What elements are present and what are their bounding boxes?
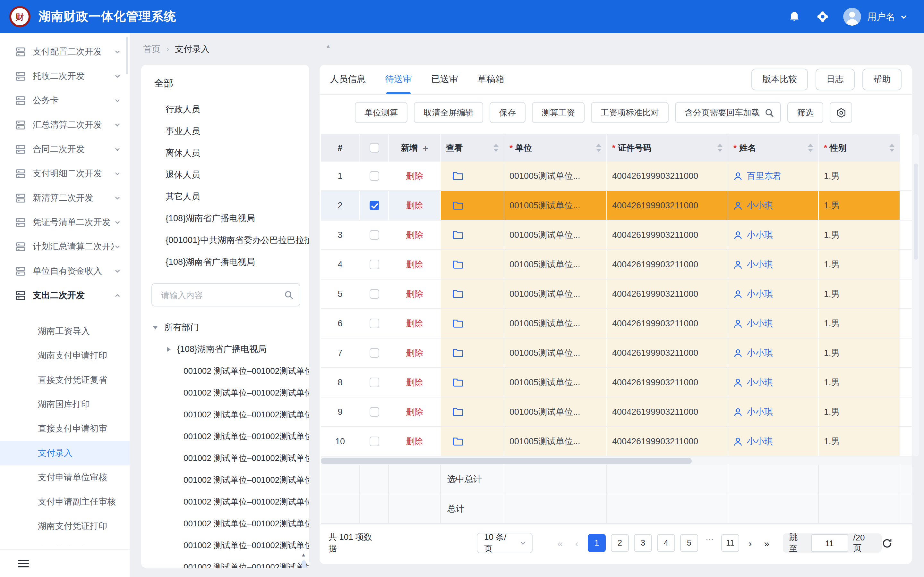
row-checkbox[interactable]: [369, 319, 379, 328]
delete-link[interactable]: 删除: [406, 377, 423, 388]
dept-all-label[interactable]: 全部: [154, 77, 309, 90]
view-cell[interactable]: [441, 279, 504, 308]
tab-0[interactable]: 人员信息: [330, 65, 366, 94]
sidebar-item-7[interactable]: 凭证号清单二次开发: [0, 210, 129, 235]
table-settings-icon[interactable]: [830, 102, 852, 123]
sidebar-item-9[interactable]: 单位自有资金收入: [0, 259, 129, 284]
dept-search-input[interactable]: [160, 290, 284, 300]
sidebar-subitem-7[interactable]: 支付申请副主任审核: [0, 490, 129, 514]
page-button-5[interactable]: 5: [680, 534, 698, 552]
view-cell[interactable]: [441, 221, 504, 250]
toolbar-button-0[interactable]: 单位测算: [355, 102, 407, 123]
row-checkbox[interactable]: [369, 437, 379, 446]
page-button-3[interactable]: 3: [634, 534, 652, 552]
tree-scrollbar[interactable]: ▲: [300, 553, 307, 568]
jump-page-input[interactable]: [811, 534, 848, 552]
tree-leaf-9[interactable]: 001002 测试单位–001002测试单位: [141, 556, 309, 568]
delete-link[interactable]: 删除: [406, 170, 423, 182]
name-link[interactable]: 小小琪: [733, 288, 773, 300]
sidebar-scrollbar[interactable]: [126, 37, 128, 74]
tree-leaf-6[interactable]: 001002 测试单位–001002测试单位: [141, 491, 309, 513]
personnel-group-7[interactable]: {108}湖南省广播电视局: [141, 251, 309, 273]
tree-leaf-8[interactable]: 001002 测试单位–001002测试单位: [141, 535, 309, 556]
sidebar-item-10[interactable]: 支出二次开发: [0, 284, 129, 308]
page-ellipsis[interactable]: ···: [703, 534, 716, 552]
name-link[interactable]: 小小琪: [733, 347, 773, 359]
page-button-4[interactable]: 4: [657, 534, 675, 552]
row-checkbox[interactable]: [369, 201, 379, 210]
row-checkbox[interactable]: [369, 259, 379, 269]
hamburger-icon[interactable]: [18, 558, 29, 570]
column-header-单位[interactable]: *单位: [504, 134, 607, 161]
row-checkbox[interactable]: [369, 378, 379, 387]
header-button-0[interactable]: 版本比较: [751, 69, 808, 90]
delete-link[interactable]: 删除: [406, 259, 423, 270]
scroll-up-icon[interactable]: ▲: [301, 553, 306, 558]
view-cell[interactable]: [441, 250, 504, 279]
page-button-11[interactable]: 11: [721, 534, 739, 552]
view-cell[interactable]: [441, 309, 504, 338]
toolbar-button-3[interactable]: 测算工资: [532, 102, 585, 123]
delete-link[interactable]: 删除: [406, 347, 423, 359]
last-page-button[interactable]: »: [762, 538, 772, 548]
sort-icon[interactable]: [596, 144, 601, 152]
plus-icon[interactable]: +: [423, 143, 428, 153]
sidebar-item-1[interactable]: 托收二次开发: [0, 64, 129, 89]
bell-icon[interactable]: [788, 10, 800, 23]
column-header-checkbox[interactable]: [360, 134, 389, 161]
avatar[interactable]: [843, 8, 861, 26]
sort-icon[interactable]: [493, 144, 499, 152]
search-icon[interactable]: [284, 290, 293, 300]
select-all-checkbox[interactable]: [369, 143, 379, 153]
breadcrumb-home[interactable]: 首页: [143, 43, 160, 55]
tree-leaf-5[interactable]: 001002 测试单位–001002测试单位: [141, 469, 309, 491]
table-horizontal-scrollbar[interactable]: [321, 456, 912, 465]
view-cell[interactable]: [441, 398, 504, 426]
name-link[interactable]: 小小琪: [733, 377, 773, 388]
tab-2[interactable]: 已送审: [431, 65, 458, 94]
tree-collapse-icon[interactable]: [167, 347, 171, 352]
delete-link[interactable]: 删除: [406, 229, 423, 241]
row-checkbox[interactable]: [369, 230, 379, 240]
sidebar-subitem-8[interactable]: 湖南支付凭证打印: [0, 514, 129, 538]
prev-page-button[interactable]: ‹: [572, 538, 582, 548]
scrollbar-thumb[interactable]: [321, 458, 692, 464]
personnel-group-4[interactable]: 其它人员: [141, 186, 309, 208]
sidebar-subitem-1[interactable]: 湖南支付申请打印: [0, 343, 129, 368]
row-checkbox[interactable]: [369, 171, 379, 181]
name-link[interactable]: 小小琪: [733, 406, 773, 418]
column-header-证件号码[interactable]: *证件号码: [607, 134, 728, 161]
next-page-button[interactable]: ›: [745, 538, 755, 548]
row-checkbox[interactable]: [369, 407, 379, 417]
scrollbar-thumb[interactable]: [913, 163, 918, 259]
tab-3[interactable]: 草稿箱: [477, 65, 504, 94]
name-link[interactable]: 小小琪: [733, 259, 773, 270]
username[interactable]: 用户名: [867, 11, 895, 23]
sidebar-subitem-6[interactable]: 支付申请单位审核: [0, 466, 129, 490]
chevron-down-icon[interactable]: [900, 13, 907, 20]
personnel-group-2[interactable]: 离休人员: [141, 142, 309, 164]
tree-expand-icon[interactable]: [153, 326, 158, 330]
tree-node-all-departments[interactable]: 所有部门: [141, 317, 309, 338]
delete-link[interactable]: 删除: [406, 406, 423, 418]
refresh-icon[interactable]: [882, 538, 893, 548]
tree-node-bureau[interactable]: {108}湖南省广播电视局: [141, 338, 309, 360]
sidebar-subitem-9[interactable]: 支付申请录入/单位资金: [0, 538, 129, 546]
sort-icon[interactable]: [717, 144, 722, 152]
view-cell[interactable]: [441, 427, 504, 456]
sidebar-subitem-3[interactable]: 湖南国库打印: [0, 392, 129, 417]
personnel-group-1[interactable]: 事业人员: [141, 121, 309, 142]
column-header-新增[interactable]: 新增+: [389, 134, 441, 161]
table-vertical-scrollbar[interactable]: [913, 134, 919, 456]
sidebar-item-8[interactable]: 计划汇总请算二次开发: [0, 235, 129, 259]
tab-1[interactable]: 待送审: [385, 65, 412, 94]
personnel-group-6[interactable]: {001001}中共湖南省委办公巴拉巴拉扯: [141, 229, 309, 251]
column-header-性别[interactable]: *性别: [819, 134, 900, 161]
delete-link[interactable]: 删除: [406, 200, 423, 211]
header-button-2[interactable]: 帮助: [863, 69, 901, 90]
tree-leaf-7[interactable]: 001002 测试单位–001002测试单位: [141, 513, 309, 535]
name-link[interactable]: 小小琪: [733, 200, 773, 211]
personnel-group-0[interactable]: 行政人员: [141, 99, 309, 121]
row-checkbox[interactable]: [369, 289, 379, 299]
first-page-button[interactable]: «: [555, 538, 565, 548]
